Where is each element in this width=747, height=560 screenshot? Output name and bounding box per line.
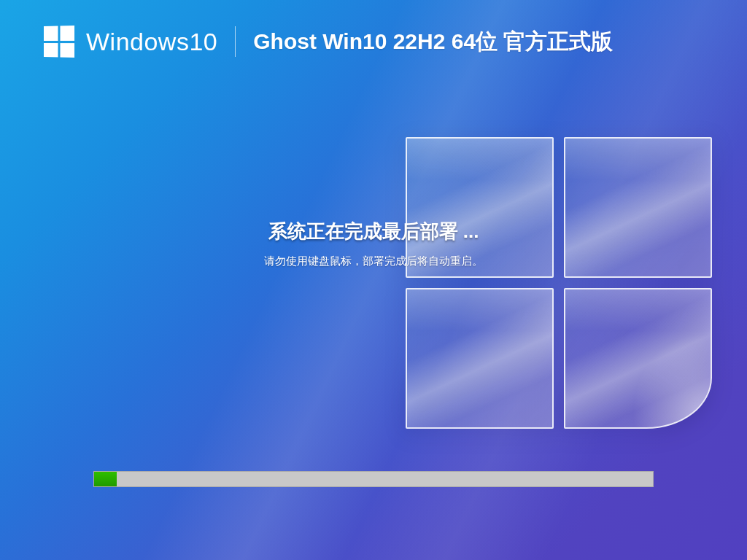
pane-bottom-right [564, 288, 712, 429]
pane-top-right [564, 137, 712, 278]
header: Windows10 Ghost Win10 22H2 64位 官方正式版 [44, 26, 718, 57]
status-block: 系统正在完成最后部署 ... 请勿使用键盘鼠标，部署完成后将自动重启。 [0, 219, 747, 268]
install-screen: Windows10 Ghost Win10 22H2 64位 官方正式版 系统正… [0, 0, 747, 560]
pane-top-left [406, 137, 554, 278]
brand-label: Windows10 [86, 28, 235, 56]
windows-logo-icon [44, 26, 74, 58]
pane-bottom-left [406, 288, 554, 429]
progress-bar [93, 471, 654, 487]
status-sub: 请勿使用键盘鼠标，部署完成后将自动重启。 [0, 254, 747, 268]
progress-fill [94, 472, 117, 486]
edition-title: Ghost Win10 22H2 64位 官方正式版 [236, 27, 613, 57]
status-main: 系统正在完成最后部署 ... [0, 219, 747, 244]
window-panes-graphic [406, 137, 712, 429]
